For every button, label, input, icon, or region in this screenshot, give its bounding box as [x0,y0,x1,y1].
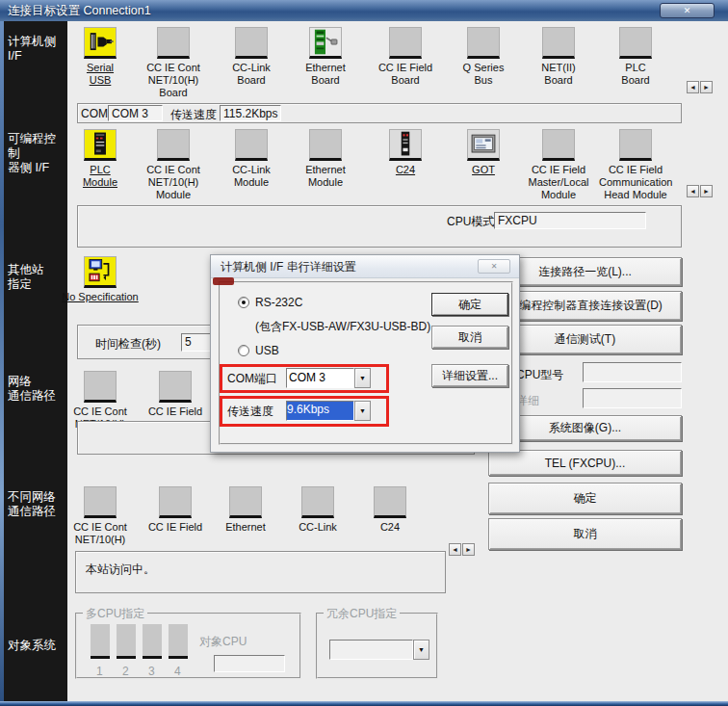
icon-label: Ethernet Module [289,164,362,189]
pc-if-serial-usb[interactable]: Serial USB [64,27,137,87]
dialog-close-button[interactable]: ✕ [478,259,510,274]
no-specification-icon [84,256,117,288]
cpu-slot-3-icon[interactable] [143,624,162,659]
plc-if-cc-ie-field-head[interactable]: CC IE Field Communication Head Module [599,129,672,201]
cpu-number: 3 [148,665,155,678]
plc-if-cc-ie-cont-module[interactable]: CC IE Cont NET/10(H) Module [137,129,210,201]
redundant-cpu-combo: ▼ [329,640,429,660]
pc-if-ethernet-board[interactable]: Ethernet Board [289,27,362,87]
time-check-label: 时间检查(秒) [95,336,161,353]
cancel-button[interactable]: 取消 [488,518,682,550]
cpu-slot-4-icon[interactable] [169,624,188,659]
baud-rate-label: 传送速度 [227,404,273,420]
sidebar-item-target-system: 对象系统 [8,639,56,653]
icon-label: CC-Link Board [215,62,288,87]
c24-icon [389,129,422,161]
icon-label: Ethernet [209,521,282,534]
sidebar-item-pc-if: 计算机侧 I/F [8,35,56,64]
diff-net-cc-ie-field[interactable]: CC IE Field [139,486,212,534]
status-panel: 本站访问中。 [75,551,446,593]
dialog-detail-settings-button[interactable]: 详细设置... [431,364,508,387]
rs232c-radio[interactable] [238,297,249,308]
sidebar-item-diff-network-route: 不同网络 通信路径 [8,490,56,519]
plc-if-got[interactable]: GOT [447,129,520,176]
diff-net-cc-ie-cont[interactable]: CC IE Cont NET/10(H) [64,486,137,546]
com-value-field: COM 3 [108,105,163,121]
rs232c-label: RS-232C [255,296,302,309]
dialog-title: 计算机侧 I/F 串行详细设置 [221,260,356,274]
icon-label: C24 [369,164,442,176]
baud-label: 传送速度 [170,107,217,123]
cpu-mode-field: FXCPU [494,212,646,229]
red-annotation-mark [213,277,234,285]
ok-button[interactable]: 确定 [488,483,682,514]
pc-if-net2-board[interactable]: NET(II) Board [522,27,595,87]
icon-label: CC IE Field Board [369,62,442,87]
pc-if-cc-ie-field-board[interactable]: CC IE Field Board [369,27,442,87]
baud-rate-value-wrap: 9.6Kbps [286,401,354,421]
chevron-down-icon[interactable]: ▼ [354,368,371,388]
icon-label: CC IE Field [139,521,212,534]
chevron-down-icon: ▼ [413,640,429,660]
cc-ie-cont-icon [84,486,117,518]
diff-net-cc-link[interactable]: CC-Link [281,486,354,534]
plc-board-icon [619,27,652,59]
redundant-cpu-label: 冗余CPU指定 [324,606,400,622]
window-close-button[interactable]: ✕ [660,3,715,18]
usb-radio[interactable] [238,345,249,356]
cc-link-module-icon [235,129,268,161]
icon-label: CC-Link Module [215,164,288,189]
com-port-value: COM 3 [286,368,354,388]
plc-if-c24[interactable]: C24 [369,129,442,176]
cc-ie-field-head-icon [619,129,652,161]
icon-label: C24 [353,521,427,534]
baud-rate-combo[interactable]: 9.6Kbps ▼ [286,401,371,421]
pc-if-plc-board[interactable]: PLC Board [599,27,672,87]
ethernet-module-icon [309,129,342,161]
close-icon: ✕ [684,6,691,15]
scroll-left-icon[interactable]: ◄ [687,185,699,197]
plc-if-cc-link-module[interactable]: CC-Link Module [215,129,288,189]
ethernet-icon [229,486,262,518]
serial-detail-dialog: 计算机侧 I/F 串行详细设置 ✕ RS-232C (包含FX-USB-AW/F… [210,254,520,453]
scroll-left-icon[interactable]: ◄ [687,81,699,93]
com-port-combo[interactable]: COM 3 ▼ [286,368,371,388]
chevron-down-icon[interactable]: ▼ [354,401,371,421]
cc-ie-cont-board-icon [157,27,190,59]
cpu-model-field [583,362,682,382]
cpu-slot-2-icon[interactable] [117,624,136,659]
pc-if-q-series-bus[interactable]: Q Series Bus [447,27,520,87]
cc-ie-cont-icon [84,371,117,403]
plc-if-cc-ie-field-master[interactable]: CC IE Field Master/Local Module [522,129,595,201]
icon-label: CC IE Field Master/Local Module [522,164,595,201]
multi-cpu-label: 多CPU指定 [83,606,147,622]
sidebar-item-network-route: 网络 通信路径 [8,375,56,404]
icon-label: No Specification [54,291,146,303]
dialog-ok-button[interactable]: 确定 [431,293,508,316]
pc-if-cc-ie-cont-board[interactable]: CC IE Cont NET/10(H) Board [137,27,210,99]
icon-label: Ethernet Board [289,62,362,87]
plc-if-pager: ◄ ► [687,185,713,197]
plc-if-plc-module[interactable]: PLC Module [64,129,137,189]
scroll-right-icon[interactable]: ► [700,185,713,197]
diff-net-c24[interactable]: C24 [353,486,427,534]
other-station-no-spec[interactable]: No Specification [54,256,146,303]
net2-board-icon [542,27,575,59]
category-sidebar: 计算机侧 I/F 可编程控制 器侧 I/F 其他站 指定 网络 通信路径 不同网… [4,21,67,701]
net-route-cc-ie-field[interactable]: CC IE Field [139,371,212,418]
target-cpu-label: 对象CPU [199,634,247,650]
dialog-cancel-button[interactable]: 取消 [431,326,508,349]
cpu-number: 2 [122,665,129,678]
pc-if-cc-link-board[interactable]: CC-Link Board [215,27,288,87]
scroll-right-icon[interactable]: ► [700,81,713,93]
scroll-right-icon[interactable]: ► [462,543,475,556]
plc-if-ethernet-module[interactable]: Ethernet Module [289,129,362,189]
detail-field [583,388,682,408]
tel-button[interactable]: TEL (FXCPU)... [488,450,682,476]
icon-label: PLC Board [599,62,672,87]
scroll-left-icon[interactable]: ◄ [449,543,461,556]
cpu-slot-1-icon[interactable] [91,624,110,659]
window-title: 连接目标设置 Connection1 [8,4,151,17]
diff-net-ethernet[interactable]: Ethernet [209,486,282,534]
com-port-label: COM端口 [227,371,277,387]
